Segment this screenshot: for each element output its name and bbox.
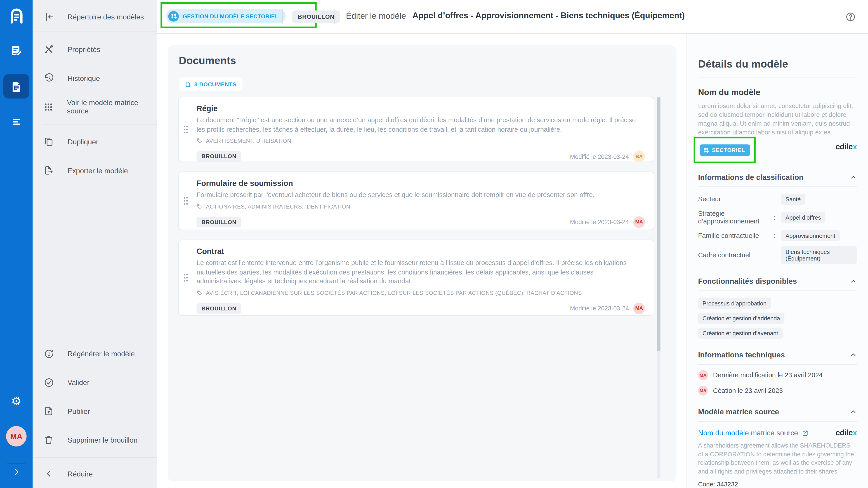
card-modified-date: Modifié le 2023-03-24 bbox=[570, 153, 629, 160]
tools-icon bbox=[43, 44, 54, 54]
section-header[interactable]: Informations techniques bbox=[698, 351, 857, 359]
model-type-row: SECTORIEL edilex bbox=[698, 132, 857, 163]
sidebar-item-repertoire[interactable]: Répertoire des modèles bbox=[33, 4, 157, 29]
sidebar-item-proprietes[interactable]: Propriétés bbox=[33, 35, 157, 64]
sidebar-item-exporter[interactable]: Exporter le modèle bbox=[33, 156, 157, 185]
annotation-box: SECTORIEL bbox=[694, 137, 756, 163]
classification-label: Famille contractuelle bbox=[698, 232, 773, 239]
drag-handle-icon[interactable] bbox=[183, 125, 189, 134]
section-header[interactable]: Informations de classification bbox=[698, 173, 857, 182]
card-avatar: BA bbox=[633, 151, 645, 162]
technical-row: MA Céation le 23 avril 2023 bbox=[698, 386, 857, 396]
collapse-left-icon bbox=[43, 11, 54, 22]
topbar: GESTION DU MODÈLE SECTORIEL BROUILLON Éd… bbox=[157, 0, 868, 34]
section-header[interactable]: Modèle matrice source bbox=[698, 408, 857, 416]
classification-value: Appel d’offres bbox=[781, 212, 826, 223]
matrix-source-description: A shareholders agreement allows the SHAR… bbox=[698, 442, 854, 476]
edilex-logo: edilex bbox=[836, 142, 857, 151]
documents-panel: Documents 3 DOCUMENTS Régie Le document … bbox=[168, 45, 677, 482]
help-icon[interactable] bbox=[845, 11, 856, 22]
user-avatar: MA bbox=[698, 386, 708, 396]
scrollbar-thumb[interactable] bbox=[657, 97, 660, 352]
card-description: Le contrat est l’entente intervenue entr… bbox=[196, 258, 639, 286]
section-header[interactable]: Fonctionnalités disponibles bbox=[698, 277, 857, 286]
card-description: Formulaire prescrit par l'éventuel achet… bbox=[196, 190, 639, 199]
duplicate-icon bbox=[43, 137, 54, 147]
tag-icon bbox=[196, 290, 203, 296]
model-name-label: Nom du modèle bbox=[698, 88, 857, 97]
classification-label: Cadre contractuel bbox=[698, 251, 773, 259]
tag-icon bbox=[196, 138, 203, 144]
chevron-up-icon[interactable] bbox=[850, 408, 857, 416]
app-rail: ⚙ MA bbox=[0, 0, 33, 488]
divider bbox=[698, 364, 857, 364]
sidebar-item-regenerer[interactable]: Régénérer le modèle bbox=[33, 339, 157, 368]
divider bbox=[698, 421, 857, 422]
export-icon bbox=[43, 165, 54, 175]
check-circle-icon bbox=[43, 377, 54, 388]
user-avatar[interactable]: MA bbox=[6, 426, 27, 447]
document-card-contrat[interactable]: Contrat Le contrat est l’entente interve… bbox=[178, 239, 654, 316]
sidebar-item-valider[interactable]: Valider bbox=[33, 368, 157, 397]
sidebar-item-supprimer[interactable]: Supprimer le brouillon bbox=[33, 425, 157, 454]
section-classification: Informations de classification Secteur :… bbox=[698, 173, 857, 264]
chevron-up-icon[interactable] bbox=[850, 174, 857, 181]
sidebar: Répertoire des modèles Propriétés Histor… bbox=[33, 0, 157, 488]
card-tags: AVIS ÉCRIT, LOI CANADIENNE SUR LES SOCIÉ… bbox=[196, 290, 645, 296]
section-technical: Informations techniques MA Dernière modi… bbox=[698, 351, 857, 396]
expand-sidebar-chevron-icon[interactable] bbox=[0, 466, 33, 478]
divider bbox=[33, 32, 157, 32]
section-matrix-source: Modèle matrice source Nom du modèle matr… bbox=[698, 408, 857, 488]
settings-gear-icon[interactable]: ⚙ bbox=[0, 394, 33, 409]
classification-value: Santé bbox=[781, 194, 805, 205]
sidebar-item-historique[interactable]: Historique bbox=[33, 64, 157, 92]
divider bbox=[282, 9, 283, 24]
chevron-up-icon[interactable] bbox=[850, 278, 857, 285]
sidebar-item-publier[interactable]: Publier bbox=[33, 397, 157, 425]
card-modified-date: Modifié le 2023-03-24 bbox=[570, 305, 629, 311]
card-status-badge: BROUILLON bbox=[196, 217, 241, 227]
user-avatar: MA bbox=[698, 370, 708, 380]
document-card-formulaire[interactable]: Formulaire de soumission Formulaire pres… bbox=[178, 171, 654, 230]
feature-chip: Création et gestion d’avenant bbox=[698, 328, 782, 339]
card-tags: AVERTISSEMENT, UTILISATION bbox=[196, 138, 645, 144]
card-status-badge: BROUILLON bbox=[196, 151, 241, 162]
document-list-icon[interactable] bbox=[0, 80, 33, 94]
details-panel: Détails du modèle Nom du modèle Lorem ip… bbox=[686, 34, 868, 488]
divider bbox=[33, 457, 157, 457]
regenerate-icon bbox=[43, 348, 54, 359]
card-title: Formulaire de soumission bbox=[196, 179, 645, 188]
sidebar-actions: Régénérer le modèle Valider Publier bbox=[33, 339, 157, 487]
publish-icon bbox=[43, 406, 54, 416]
status-badge: BROUILLON bbox=[292, 11, 340, 23]
drag-handle-icon[interactable] bbox=[183, 273, 189, 283]
scrollbar-track[interactable] bbox=[657, 97, 660, 479]
sidebar-item-modele-matrice[interactable]: Voir le modèle matrice source bbox=[33, 92, 157, 121]
menu-lines-icon[interactable] bbox=[0, 115, 33, 129]
card-tags: ACTIONAIRES, ADMINISTRATEURS, IDENTIFICA… bbox=[196, 203, 645, 209]
sidebar-item-dupliquer[interactable]: Dupliquer bbox=[33, 127, 157, 156]
brand-logo-icon[interactable] bbox=[0, 6, 33, 26]
card-status-badge: BROUILLON bbox=[196, 303, 241, 314]
drag-handle-icon[interactable] bbox=[183, 196, 189, 205]
sectoriel-badge: SECTORIEL bbox=[700, 144, 750, 156]
grid-dots-icon bbox=[43, 102, 54, 111]
details-heading: Détails du modèle bbox=[698, 58, 857, 70]
app-root: ⚙ MA Répertoire des modèles bbox=[0, 0, 868, 488]
chevron-up-icon[interactable] bbox=[850, 351, 857, 359]
technical-row: MA Dernière modification le 23 avril 202… bbox=[698, 370, 857, 380]
feature-chip: Processus d’approbation bbox=[698, 298, 771, 309]
edit-document-icon[interactable] bbox=[0, 42, 33, 60]
sidebar-item-reduire[interactable]: Réduire bbox=[33, 460, 157, 487]
page-action-label: Éditer le modèle bbox=[346, 11, 406, 21]
documents-list: Régie Le document "Régie" est une sectio… bbox=[178, 97, 654, 325]
documents-count-badge: 3 DOCUMENTS bbox=[179, 77, 243, 91]
divider bbox=[43, 124, 157, 125]
card-avatar: MA bbox=[633, 302, 645, 314]
card-title: Contrat bbox=[196, 247, 645, 256]
card-avatar: MA bbox=[633, 216, 645, 228]
matrix-source-link[interactable]: Nom du modèle matrice source bbox=[698, 429, 809, 437]
model-description: Lorem ipsum dolor sit amet, consectetur … bbox=[698, 101, 857, 137]
document-icon bbox=[185, 80, 191, 88]
document-card-regie[interactable]: Régie Le document "Régie" est une sectio… bbox=[178, 97, 654, 162]
